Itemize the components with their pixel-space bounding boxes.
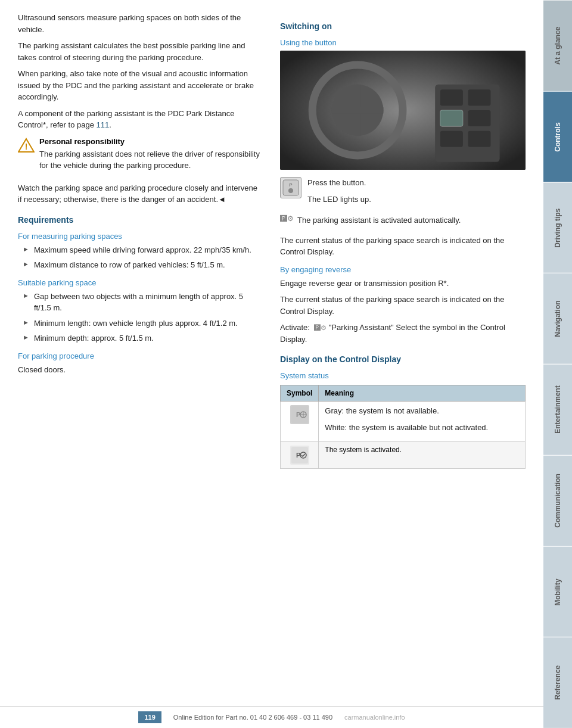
bullet-text-3: Gap between two objects with a minimum l…	[34, 291, 262, 314]
footer-text: Online Edition for Part no. 01 40 2 606 …	[173, 714, 332, 721]
bullet-text-2: Maximum distance to row of parked vehicl…	[34, 259, 225, 271]
meaning-gray: Gray: the system is not available.	[325, 405, 519, 417]
auto-note-1: 🅿⚙ The parking assistant is activated au…	[280, 214, 526, 231]
intro-p4: A component of the parking assistant is …	[18, 108, 262, 131]
intro-p3: When parking, also take note of the visu…	[18, 68, 262, 103]
car-image	[280, 51, 526, 170]
warning-content: Personal responsibility The parking assi…	[39, 137, 262, 176]
right-column: Switching on Using the button	[280, 12, 526, 692]
meaning-white: White: the system is available but not a…	[325, 422, 519, 434]
svg-point-17	[288, 188, 293, 193]
sidebar-tab-at-a-glance[interactable]: At a glance	[543, 0, 572, 91]
svg-text:!: !	[25, 142, 28, 151]
sidebar-tab-driving-tips[interactable]: Driving tips	[543, 182, 572, 273]
warning-icon: !	[18, 137, 35, 154]
current-status-2: The current status of the parking space …	[280, 294, 526, 317]
bullet-item-3: ► Gap between two objects with a minimum…	[18, 291, 262, 314]
park-symbol-2: P	[290, 446, 309, 465]
bullet-item-2: ► Maximum distance to row of parked vehi…	[18, 259, 262, 271]
warning-body: The parking assistant does not relieve t…	[39, 148, 262, 172]
table-row-2: P The system is activated.	[281, 442, 526, 469]
bullet-arrow-2: ►	[23, 260, 29, 267]
sidebar-tabs: At a glance Controls Driving tips Naviga…	[543, 0, 572, 728]
svg-rect-11	[468, 110, 491, 126]
intro-p2: The parking assistant calculates the bes…	[18, 40, 262, 63]
using-button-heading: Using the button	[280, 38, 526, 47]
bullet-text-1: Maximum speed while driving forward appr…	[34, 244, 251, 256]
table-header-meaning: Meaning	[319, 385, 526, 402]
press-button-text: Press the button.	[307, 177, 371, 189]
symbol-cell-2: P	[281, 442, 319, 469]
svg-rect-9	[468, 89, 491, 105]
park-symbol-1: P	[290, 405, 309, 424]
sidebar-tab-entertainment[interactable]: Entertainment	[543, 364, 572, 455]
button-press-row: P Press the button. The LED lights up.	[280, 177, 526, 210]
svg-rect-13	[468, 131, 491, 147]
svg-text:P: P	[296, 452, 300, 459]
sidebar-tab-navigation[interactable]: Navigation	[543, 273, 572, 364]
for-parking-heading: For parking procedure	[18, 351, 262, 360]
auto-icon-1: 🅿⚙	[280, 214, 294, 223]
system-status-heading: System status	[280, 371, 526, 380]
button-icon: P	[280, 177, 301, 198]
sidebar-tab-controls[interactable]: Controls	[543, 91, 572, 182]
sidebar-tab-mobility[interactable]: Mobility	[543, 546, 572, 637]
meaning-cell-2: The system is activated.	[319, 442, 526, 469]
switching-on-heading: Switching on	[280, 21, 526, 31]
status-table: Symbol Meaning P	[280, 385, 526, 469]
bullet-arrow-1: ►	[23, 245, 29, 253]
bullet-arrow-4: ►	[23, 319, 29, 326]
page-wrapper: Ultrasound sensors measure parking space…	[0, 0, 572, 728]
bullet-arrow-3: ►	[23, 292, 29, 299]
display-heading: Display on the Control Display	[280, 354, 526, 364]
bullet-text-4: Minimum length: own vehicle length plus …	[34, 318, 238, 329]
bullet-item-4: ► Minimum length: own vehicle length plu…	[18, 318, 262, 329]
bullet-text-5: Minimum depth: approx. 5 ft/1.5 m.	[34, 332, 154, 344]
car-image-inner	[280, 51, 526, 170]
page-link[interactable]: 111	[97, 120, 110, 129]
sidebar-tab-reference[interactable]: Reference	[543, 637, 572, 728]
button-instructions: Press the button. The LED lights up.	[307, 177, 371, 210]
svg-rect-12	[440, 131, 463, 147]
bullet-arrow-5: ►	[23, 334, 29, 341]
closed-doors: Closed doors.	[18, 364, 262, 376]
symbol-cell-1: P	[281, 402, 319, 442]
bullet-item-1: ► Maximum speed while driving forward ap…	[18, 244, 262, 256]
main-content: Ultrasound sensors measure parking space…	[0, 0, 543, 728]
led-lights-text: The LED lights up.	[307, 194, 371, 206]
watermark: carmanualonline.info	[344, 714, 405, 721]
activate-note: Activate: 🅿⚙ "Parking Assistant" Select …	[280, 322, 526, 345]
svg-text:P: P	[289, 182, 292, 188]
page-number: 119	[138, 711, 161, 723]
svg-rect-14	[440, 110, 463, 126]
engage-reverse-text: Engage reverse gear or transmission posi…	[280, 278, 526, 290]
suitable-parking-heading: Suitable parking space	[18, 278, 262, 287]
auto-activate-text: The parking assistant is activated autom…	[297, 214, 461, 226]
svg-rect-8	[440, 89, 463, 105]
intro-p1: Ultrasound sensors measure parking space…	[18, 12, 262, 35]
requirements-heading: Requirements	[18, 215, 262, 225]
warning-box: ! Personal responsibility The parking as…	[18, 137, 262, 176]
for-measuring-heading: For measuring parking spaces	[18, 232, 262, 241]
page-footer: 119 Online Edition for Part no. 01 40 2 …	[0, 706, 543, 728]
warning-title: Personal responsibility	[39, 137, 262, 146]
table-row-1: P Gray: the system is not available. Whi…	[281, 402, 526, 442]
by-engaging-heading: By engaging reverse	[280, 265, 526, 274]
meaning-cell-1: Gray: the system is not available. White…	[319, 402, 526, 442]
current-status-1: The current status of the parking space …	[280, 235, 526, 258]
table-header-symbol: Symbol	[281, 385, 319, 402]
warning-note: Watch the parking space and parking proc…	[18, 182, 262, 206]
left-column: Ultrasound sensors measure parking space…	[18, 12, 268, 692]
sidebar-tab-communication[interactable]: Communication	[543, 455, 572, 546]
svg-text:P: P	[296, 411, 300, 418]
bullet-item-5: ► Minimum depth: approx. 5 ft/1.5 m.	[18, 332, 262, 344]
